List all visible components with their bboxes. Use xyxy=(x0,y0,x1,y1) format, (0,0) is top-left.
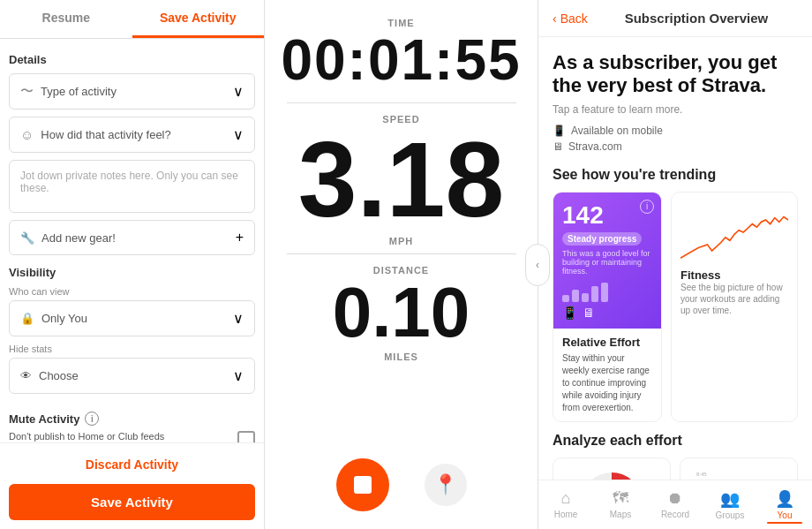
relative-effort-card[interactable]: 142 i Steady progress This was a good le… xyxy=(553,192,662,422)
location-pin-icon: 📍 xyxy=(433,473,457,496)
hero-subtitle: Tap a feature to learn more. xyxy=(553,103,798,116)
bottom-nav: ⌂ Home 🗺 Maps ⏺ Record 👥 Groups 👤 You xyxy=(538,480,812,529)
record-icon: ⏺ xyxy=(667,489,683,508)
left-panel: Resume Save Activity Details 〜 Type of a… xyxy=(0,0,265,529)
donut-chart-card[interactable]: 68.9% Pace xyxy=(553,457,671,480)
left-content: Details 〜 Type of activity ∨ ☺ How did t… xyxy=(0,39,264,442)
hide-stats-field[interactable]: 👁 Choose ∨ xyxy=(9,358,255,394)
location-button[interactable]: 📍 xyxy=(425,464,467,506)
back-button[interactable]: ‹ Back xyxy=(553,11,588,26)
tab-save-activity[interactable]: Save Activity xyxy=(132,0,265,38)
mute-checkbox[interactable] xyxy=(237,431,255,442)
feel-icon: ☺ xyxy=(20,127,34,142)
tabs: Resume Save Activity xyxy=(0,0,264,39)
maps-label: Maps xyxy=(610,510,631,519)
bar5 xyxy=(601,283,608,302)
speed-unit: MPH xyxy=(389,236,413,246)
eye-icon: 👁 xyxy=(20,369,32,382)
effort-desc: This was a good level for building or ma… xyxy=(562,249,652,276)
mobile-label: Available on mobile xyxy=(571,125,663,137)
nav-maps[interactable]: 🗺 Maps xyxy=(593,486,648,527)
effort-card-header: 142 i Steady progress This was a good le… xyxy=(553,193,661,329)
web-label: Strava.com xyxy=(568,140,622,153)
chevron-down-visibility: ∨ xyxy=(233,310,244,327)
activity-type-icon: 〜 xyxy=(20,83,34,100)
chevron-down-icon: ∨ xyxy=(233,83,244,100)
you-label: You xyxy=(778,510,793,520)
right-header: ‹ Back Subscription Overview xyxy=(538,0,812,37)
donut-svg: 68.9% xyxy=(576,467,647,480)
mute-section: Mute Activity i Don't publish to Home or… xyxy=(9,404,255,442)
divider2 xyxy=(287,253,516,254)
bottom-actions: Discard Activity Save Activity xyxy=(0,442,264,529)
bar1 xyxy=(562,295,569,302)
desktop-icon: 🖥 xyxy=(583,306,595,320)
home-icon: ⌂ xyxy=(561,489,571,508)
mute-activity-label: Mute Activity xyxy=(9,412,79,426)
add-gear-label: Add new gear! xyxy=(41,231,116,245)
nav-home[interactable]: ⌂ Home xyxy=(538,486,593,527)
fitness-card[interactable]: Fitness See the big picture of how your … xyxy=(671,192,798,422)
groups-label: Groups xyxy=(716,510,745,520)
right-content: As a subscriber, you get the very best o… xyxy=(538,37,812,480)
chevron-down-icon-feel: ∨ xyxy=(233,126,244,143)
fitness-title: Fitness xyxy=(680,268,788,282)
middle-panel: TIME 00:01:55 SPEED 3.18 MPH DISTANCE 0.… xyxy=(265,0,538,529)
home-label: Home xyxy=(554,510,578,519)
chevron-down-stats: ∨ xyxy=(233,367,244,384)
stop-button[interactable] xyxy=(336,458,389,511)
mute-info-icon[interactable]: i xyxy=(85,412,99,426)
subscription-overview-title: Subscription Overview xyxy=(595,11,798,26)
effort-device-icons: 📱 🖥 xyxy=(562,306,652,320)
who-can-view-field[interactable]: 🔒 Only You ∨ xyxy=(9,300,255,336)
save-button[interactable]: Save Activity xyxy=(9,484,255,520)
back-chevron-icon: ‹ xyxy=(553,11,557,26)
details-heading: Details xyxy=(9,53,255,66)
bar-chart-svg: 8:45 8:15 7:45 7:15 xyxy=(689,467,788,480)
mobile-platform: 📱 Available on mobile xyxy=(553,125,798,137)
web-platform: 🖥 Strava.com xyxy=(553,140,798,153)
speed-value: 3.18 xyxy=(298,126,505,232)
hero-title: As a subscriber, you get the very best o… xyxy=(553,51,798,98)
gear-icon: 🔧 xyxy=(20,231,34,245)
notes-field[interactable]: Jot down private notes here. Only you ca… xyxy=(9,160,255,213)
choose-label: Choose xyxy=(39,369,79,382)
bar3 xyxy=(582,293,589,302)
visibility-heading: Visibility xyxy=(9,266,255,279)
effort-badge: Steady progress xyxy=(562,232,642,246)
divider xyxy=(287,102,516,103)
time-value: 00:01:55 xyxy=(281,32,521,88)
trending-heading: See how you're trending xyxy=(553,167,798,183)
you-active-bar xyxy=(767,522,802,524)
groups-icon: 👥 xyxy=(720,489,740,509)
nav-record[interactable]: ⏺ Record xyxy=(648,486,703,527)
discard-button[interactable]: Discard Activity xyxy=(9,450,255,479)
effort-info-icon[interactable]: i xyxy=(640,200,654,214)
scroll-indicator[interactable]: ‹ xyxy=(525,244,550,286)
bar-chart-card[interactable]: 8:45 8:15 7:45 7:15 xyxy=(680,457,798,480)
feel-label: How did that activity feel? xyxy=(41,128,170,141)
right-panel: ‹ Back Subscription Overview As a subscr… xyxy=(538,0,812,529)
visibility-section: Visibility Who can view 🔒 Only You ∨ Hid… xyxy=(9,266,255,394)
activity-controls: 📍 xyxy=(336,458,467,511)
nav-you[interactable]: 👤 You xyxy=(757,486,812,527)
type-of-activity-field[interactable]: 〜 Type of activity ∨ xyxy=(9,73,255,110)
analyze-section: Analyze each effort 68.9% Pace xyxy=(553,433,798,480)
nav-groups[interactable]: 👥 Groups xyxy=(703,486,757,527)
maps-icon: 🗺 xyxy=(613,489,628,508)
mute-desc: Don't publish to Home or Club feeds xyxy=(9,431,199,442)
trending-cards: 142 i Steady progress This was a good le… xyxy=(553,192,798,422)
add-gear-row[interactable]: 🔧 Add new gear! + xyxy=(9,220,255,255)
notes-placeholder-text: Jot down private notes here. Only you ca… xyxy=(20,170,238,194)
hide-stats-label: Hide stats xyxy=(9,344,255,354)
time-label: TIME xyxy=(387,18,414,28)
feel-field[interactable]: ☺ How did that activity feel? ∨ xyxy=(9,117,255,153)
fitness-desc: See the big picture of how your workouts… xyxy=(680,282,788,316)
fitness-chart xyxy=(680,201,788,263)
bar2 xyxy=(572,290,579,302)
plus-icon: + xyxy=(236,230,244,246)
tab-resume[interactable]: Resume xyxy=(0,0,132,38)
type-of-activity-label: Type of activity xyxy=(41,85,117,98)
only-you-label: Only You xyxy=(41,312,87,325)
relative-effort-desc: Stay within your weekly exercise range t… xyxy=(562,352,652,414)
